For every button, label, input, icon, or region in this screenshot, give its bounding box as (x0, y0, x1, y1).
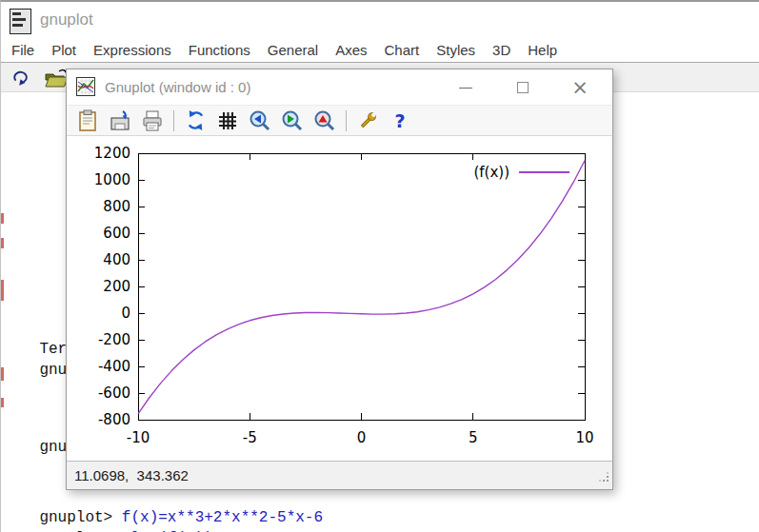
gnuplot-main-window: gnuplot File Plot Expressions Functions … (0, 0, 759, 532)
minimize-button[interactable] (437, 69, 494, 106)
svg-text:400: 400 (103, 251, 130, 268)
svg-text:0: 0 (121, 305, 130, 322)
help-icon[interactable]: ? (387, 108, 413, 133)
mouse-coordinates: 11.0698, 343.362 (74, 467, 189, 483)
svg-text:(f(x)): (f(x)) (473, 164, 509, 181)
svg-text:-800: -800 (98, 411, 130, 428)
menu-general[interactable]: General (259, 41, 327, 61)
plot-toolbar: ? (67, 106, 612, 136)
error-text-fragment (1, 213, 4, 224)
replot-icon[interactable] (8, 65, 34, 89)
main-menubar: File Plot Expressions Functions General … (1, 40, 759, 63)
gnuplot-plot-window: Gnuplot (window id : 0) × (66, 69, 613, 490)
svg-text:5: 5 (469, 429, 478, 446)
plot-svg: -10-50510120010008006004002000-200-400-6… (67, 136, 612, 463)
plot-canvas[interactable]: -10-50510120010008006004002000-200-400-6… (67, 136, 612, 463)
svg-text:800: 800 (103, 198, 130, 215)
error-text-fragment (1, 280, 4, 301)
close-button[interactable]: × (551, 69, 609, 106)
svg-text:0: 0 (357, 429, 367, 446)
main-window-title: gnuplot (40, 10, 93, 30)
svg-text:1200: 1200 (94, 145, 130, 162)
maximize-icon (517, 82, 529, 93)
error-text-fragment (1, 238, 4, 248)
menu-3d[interactable]: 3D (484, 41, 519, 61)
menu-axes[interactable]: Axes (327, 41, 375, 61)
svg-text:-400: -400 (98, 358, 130, 375)
zoom-previous-icon[interactable] (247, 108, 273, 133)
print-icon[interactable] (139, 108, 166, 133)
gnuplot-graph-icon (76, 77, 95, 100)
menu-help[interactable]: Help (519, 41, 566, 61)
gnuplot-app-icon (10, 9, 31, 34)
svg-text:1000: 1000 (94, 171, 130, 188)
maximize-button[interactable] (494, 69, 551, 106)
plot-window-controls: × (437, 69, 609, 106)
toolbar-separator (173, 110, 174, 131)
plot-window-titlebar[interactable]: Gnuplot (window id : 0) × (67, 69, 612, 106)
close-icon: × (571, 78, 589, 98)
minimize-icon (459, 88, 472, 89)
zoom-next-icon[interactable] (279, 108, 306, 133)
copy-clipboard-icon[interactable] (74, 108, 101, 133)
main-titlebar[interactable]: gnuplot (1, 2, 759, 40)
menu-file[interactable]: File (3, 41, 43, 61)
svg-text:10: 10 (575, 429, 593, 446)
svg-text:-600: -600 (98, 384, 130, 402)
menu-chart[interactable]: Chart (376, 41, 429, 61)
toolbar-separator (346, 110, 347, 131)
resize-grip[interactable] (599, 469, 609, 486)
menu-styles[interactable]: Styles (428, 41, 484, 61)
refresh-icon[interactable] (182, 108, 209, 133)
svg-text:-5: -5 (243, 429, 257, 446)
grid-icon[interactable] (214, 108, 241, 133)
menu-plot[interactable]: Plot (43, 41, 85, 61)
unzoom-icon[interactable] (311, 108, 338, 133)
terminal-command-line: gnuplot> plot(f(x)) (3, 509, 213, 532)
svg-text:200: 200 (103, 278, 130, 295)
menu-functions[interactable]: Functions (180, 41, 259, 61)
menu-expressions[interactable]: Expressions (85, 41, 180, 61)
svg-text:600: 600 (103, 225, 130, 242)
plot-statusbar: 11.0698, 343.362 (67, 461, 612, 489)
svg-text:-10: -10 (127, 429, 150, 446)
export-image-icon[interactable] (107, 108, 133, 133)
svg-text:-200: -200 (98, 331, 130, 348)
plot-window-title: Gnuplot (window id : 0) (105, 79, 250, 95)
settings-icon[interactable] (354, 108, 381, 133)
